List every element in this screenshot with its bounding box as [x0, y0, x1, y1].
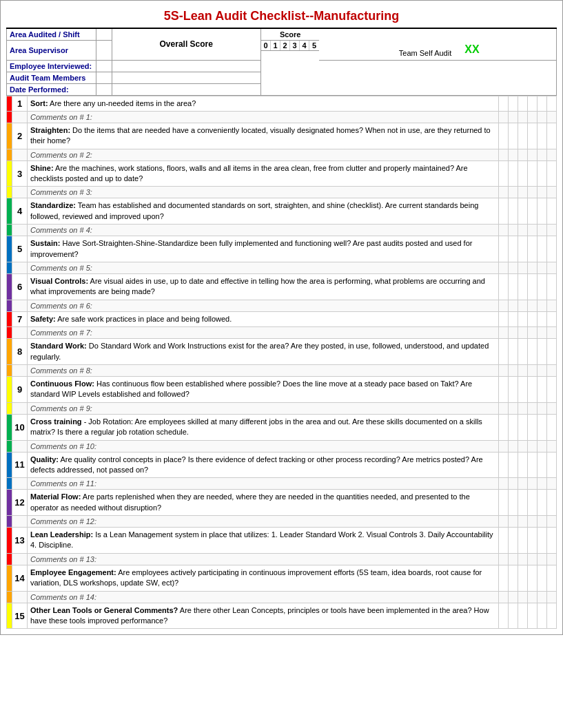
score-14-col-0[interactable]	[499, 565, 509, 591]
score-5-col-4[interactable]	[538, 236, 547, 262]
score-13-col-3[interactable]	[528, 528, 538, 554]
score-13-col-0[interactable]	[499, 528, 509, 554]
score-12-col-0[interactable]	[499, 490, 509, 516]
score-15-col-0[interactable]	[499, 603, 509, 629]
score-9-col-5[interactable]	[547, 376, 557, 402]
score-15-col-5[interactable]	[547, 603, 557, 629]
score-7-col-5[interactable]	[547, 311, 557, 326]
comment-score-13-col-4	[538, 553, 547, 565]
score-14-col-3[interactable]	[528, 565, 538, 591]
score-2-col-2[interactable]	[518, 123, 528, 149]
score-11-col-3[interactable]	[528, 452, 538, 478]
score-2-col-0[interactable]	[499, 123, 509, 149]
score-14-col-1[interactable]	[509, 565, 518, 591]
score-1-col-3[interactable]	[528, 96, 538, 111]
employee-interviewed-value[interactable]	[96, 60, 112, 72]
score-2-col-1[interactable]	[509, 123, 518, 149]
score-11-col-2[interactable]	[518, 452, 528, 478]
score-5-col-2[interactable]	[518, 236, 528, 262]
score-2-col-3[interactable]	[528, 123, 538, 149]
score-1-col-5[interactable]	[547, 96, 557, 111]
score-12-col-5[interactable]	[547, 490, 557, 516]
score-10-col-3[interactable]	[528, 414, 538, 440]
score-2-col-4[interactable]	[538, 123, 547, 149]
score-11-col-0[interactable]	[499, 452, 509, 478]
score-15-col-1[interactable]	[509, 603, 518, 629]
area-supervisor-value[interactable]	[96, 41, 112, 61]
score-3-col-5[interactable]	[547, 160, 557, 187]
score-6-col-1[interactable]	[509, 274, 518, 300]
score-4-col-5[interactable]	[547, 198, 557, 225]
score-10-col-5[interactable]	[547, 414, 557, 440]
score-15-col-2[interactable]	[518, 603, 528, 629]
score-8-col-1[interactable]	[509, 339, 518, 365]
score-7-col-2[interactable]	[518, 311, 528, 326]
score-8-col-0[interactable]	[499, 339, 509, 365]
score-13-col-2[interactable]	[518, 528, 528, 554]
score-1-col-2[interactable]	[518, 96, 528, 111]
score-8-col-5[interactable]	[547, 339, 557, 365]
score-7-col-3[interactable]	[528, 311, 538, 326]
score-14-col-5[interactable]	[547, 565, 557, 591]
score-5-col-3[interactable]	[528, 236, 538, 262]
score-4-col-4[interactable]	[538, 198, 547, 225]
table-row: 13Lean Leadership: Is a Lean Management …	[7, 528, 557, 554]
score-4-col-1[interactable]	[509, 198, 518, 225]
score-3-col-3[interactable]	[528, 160, 538, 187]
area-audited-value[interactable]	[96, 29, 112, 41]
score-9-col-4[interactable]	[538, 376, 547, 402]
score-13-col-1[interactable]	[509, 528, 518, 554]
score-10-col-2[interactable]	[518, 414, 528, 440]
score-10-col-1[interactable]	[509, 414, 518, 440]
score-10-col-4[interactable]	[538, 414, 547, 440]
score-9-col-1[interactable]	[509, 376, 518, 402]
score-13-col-4[interactable]	[538, 528, 547, 554]
item-number-3: 3	[12, 160, 28, 187]
score-1-col-0[interactable]	[499, 96, 509, 111]
score-10-col-0[interactable]	[499, 414, 509, 440]
score-14-col-2[interactable]	[518, 565, 528, 591]
score-6-col-0[interactable]	[499, 274, 509, 300]
score-13-col-5[interactable]	[547, 528, 557, 554]
score-9-col-3[interactable]	[528, 376, 538, 402]
date-performed-value[interactable]	[96, 83, 112, 95]
score-5-col-1[interactable]	[509, 236, 518, 262]
score-15-col-3[interactable]	[528, 603, 538, 629]
score-6-col-2[interactable]	[518, 274, 528, 300]
score-4-col-0[interactable]	[499, 198, 509, 225]
score-3-col-4[interactable]	[538, 160, 547, 187]
score-8-col-2[interactable]	[518, 339, 528, 365]
score-6-col-5[interactable]	[547, 274, 557, 300]
score-7-col-1[interactable]	[509, 311, 518, 326]
item-title-4: Standardize:	[30, 201, 76, 209]
score-3-col-2[interactable]	[518, 160, 528, 187]
score-11-col-4[interactable]	[538, 452, 547, 478]
score-5-col-0[interactable]	[499, 236, 509, 262]
score-9-col-0[interactable]	[499, 376, 509, 402]
score-12-col-1[interactable]	[509, 490, 518, 516]
score-3-col-1[interactable]	[509, 160, 518, 187]
score-8-col-4[interactable]	[538, 339, 547, 365]
score-12-col-2[interactable]	[518, 490, 528, 516]
score-1-col-1[interactable]	[509, 96, 518, 111]
score-8-col-3[interactable]	[528, 339, 538, 365]
score-12-col-4[interactable]	[538, 490, 547, 516]
score-1-col-4[interactable]	[538, 96, 547, 111]
score-11-col-5[interactable]	[547, 452, 557, 478]
score-4-col-2[interactable]	[518, 198, 528, 225]
score-12-col-3[interactable]	[528, 490, 538, 516]
score-15-col-4[interactable]	[538, 603, 547, 629]
score-14-col-4[interactable]	[538, 565, 547, 591]
score-7-col-4[interactable]	[538, 311, 547, 326]
score-5-col-5[interactable]	[547, 236, 557, 262]
score-6-col-4[interactable]	[538, 274, 547, 300]
score-4-col-3[interactable]	[528, 198, 538, 225]
score-11-col-1[interactable]	[509, 452, 518, 478]
score-6-col-3[interactable]	[528, 274, 538, 300]
score-7-col-0[interactable]	[499, 311, 509, 326]
score-3-col-0[interactable]	[499, 160, 509, 187]
score-2-col-5[interactable]	[547, 123, 557, 149]
item-title-2: Straighten:	[30, 126, 70, 134]
audit-team-value[interactable]	[96, 72, 112, 83]
score-9-col-2[interactable]	[518, 376, 528, 402]
